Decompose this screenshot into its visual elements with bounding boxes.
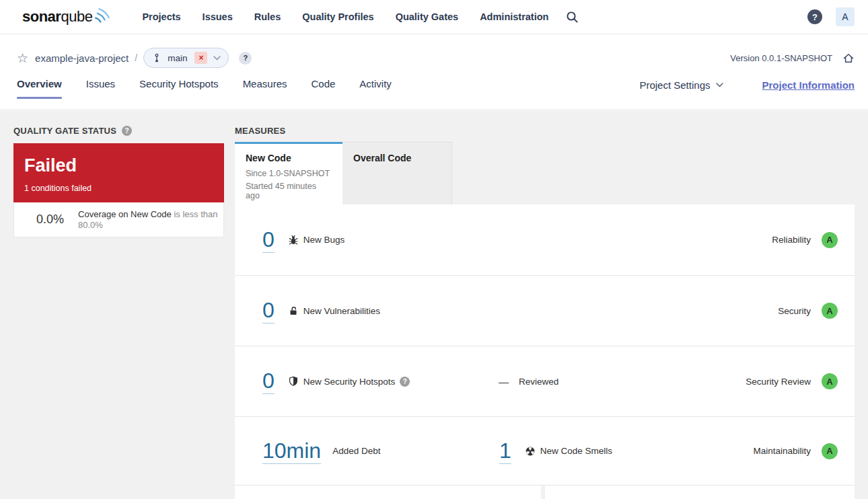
avatar[interactable]: A <box>836 7 855 26</box>
main-nav: Projects Issues Rules Quality Profiles Q… <box>142 11 548 22</box>
logo-swoosh-icon <box>93 6 111 24</box>
breadcrumb-right: Version 0.0.1-SNAPSHOT <box>730 52 855 64</box>
new-code-since: Since 1.0-SNAPSHOT <box>246 169 332 178</box>
new-code-smells-label: New Code Smells <box>540 446 612 456</box>
breadcrumb-separator: / <box>135 52 137 63</box>
added-debt-label: Added Debt <box>332 446 380 456</box>
branch-help-icon[interactable]: ? <box>239 52 252 65</box>
project-settings-label: Project Settings <box>639 79 710 91</box>
nav-item-administration[interactable]: Administration <box>480 11 548 22</box>
project-header-actions: Project Settings Project Information <box>639 79 855 98</box>
new-code-smells-group: 1 <box>499 438 612 464</box>
new-code-started: Started 45 minutes ago <box>246 182 332 200</box>
navbar-right: ? A <box>807 7 855 26</box>
breadcrumb: ☆ example-java-project / main × <box>17 47 855 69</box>
nav-item-projects[interactable]: Projects <box>142 11 180 22</box>
tab-new-code[interactable]: New Code Since 1.0-SNAPSHOT Started 45 m… <box>235 142 342 204</box>
help-icon[interactable]: ? <box>807 9 822 24</box>
new-security-hotspots-count-link[interactable]: 0 <box>262 369 275 394</box>
project-version: Version 0.0.1-SNAPSHOT <box>730 53 832 63</box>
lock-icon <box>288 305 299 316</box>
reviewed-dash: — <box>499 376 508 387</box>
new-code-smells-label-group: New Code Smells <box>525 446 612 457</box>
tab-overall-code[interactable]: Overall Code <box>342 142 452 204</box>
sonarqube-logo[interactable]: sonarqube <box>22 8 111 26</box>
project-name-link[interactable]: example-java-project <box>35 52 129 64</box>
measures-title-row: MEASURES <box>235 125 855 136</box>
maintainability-label: Maintainability <box>753 446 811 456</box>
reviewed-group: — Reviewed <box>499 376 558 387</box>
new-vulnerabilities-count-link[interactable]: 0 <box>262 298 275 323</box>
new-code-smells-count-link[interactable]: 1 <box>499 438 511 464</box>
tab-measures[interactable]: Measures <box>243 78 287 99</box>
reliability-label: Reliability <box>772 235 811 245</box>
bottom-panel-left <box>235 486 541 499</box>
nav-item-rules[interactable]: Rules <box>254 11 281 22</box>
measures-title: MEASURES <box>235 126 285 136</box>
quality-gate-conditions-failed: 1 conditions failed <box>24 184 213 193</box>
overview-content: QUALITY GATE STATUS ? Failed 1 condition… <box>0 111 868 499</box>
bottom-panel-right <box>545 486 855 499</box>
security-review-label: Security Review <box>746 377 811 387</box>
close-icon[interactable]: × <box>194 52 207 64</box>
measures-tabs: New Code Since 1.0-SNAPSHOT Started 45 m… <box>235 142 855 204</box>
added-debt-link[interactable]: 10min <box>262 438 321 464</box>
project-information-link[interactable]: Project Information <box>762 79 855 91</box>
overall-code-tab-label: Overall Code <box>353 153 441 163</box>
reviewed-label: Reviewed <box>519 377 558 387</box>
measure-row-vulnerabilities: 0 New Vulnerabilities Security A <box>235 276 855 346</box>
project-tabs-row: Overview Issues Security Hotspots Measur… <box>17 78 855 99</box>
tab-code[interactable]: Code <box>311 78 335 99</box>
measure-row-security-hotspots: 0 New Security Hotspots ? — R <box>235 346 855 417</box>
measures-panel: MEASURES New Code Since 1.0-SNAPSHOT Sta… <box>235 125 855 499</box>
shield-icon <box>288 376 299 387</box>
reliability-rating-group: Reliability A <box>772 232 838 248</box>
maintainability-rating-badge: A <box>822 443 838 459</box>
global-navbar: sonarqube Projects Issues Rules Quality … <box>0 0 868 34</box>
maintainability-rating-group: Maintainability A <box>753 443 838 459</box>
tab-issues[interactable]: Issues <box>86 78 115 99</box>
security-hotspots-help-icon[interactable]: ? <box>400 377 410 387</box>
new-bugs-count-link[interactable]: 0 <box>262 227 275 253</box>
quality-gate-panel: QUALITY GATE STATUS ? Failed 1 condition… <box>13 125 224 237</box>
quality-gate-status-card: Failed 1 conditions failed <box>13 143 224 202</box>
bottom-partial-row <box>235 486 855 499</box>
security-rating-group: Security A <box>778 303 838 319</box>
quality-gate-title-row: QUALITY GATE STATUS ? <box>13 125 224 136</box>
security-review-rating-badge: A <box>822 373 838 389</box>
security-review-rating-group: Security Review A <box>746 373 838 389</box>
project-tabs: Overview Issues Security Hotspots Measur… <box>17 78 392 99</box>
search-icon[interactable] <box>566 11 579 24</box>
logo-sonar: sonar <box>22 8 61 25</box>
new-bugs-label: New Bugs <box>303 235 345 245</box>
quality-gate-help-icon[interactable]: ? <box>122 126 132 136</box>
condition-value: 0.0% <box>36 213 64 227</box>
nav-item-issues[interactable]: Issues <box>203 11 233 22</box>
tab-overview[interactable]: Overview <box>17 78 62 99</box>
tab-security-hotspots[interactable]: Security Hotspots <box>139 78 219 99</box>
security-label: Security <box>778 306 811 316</box>
project-settings-dropdown[interactable]: Project Settings <box>639 79 723 91</box>
measure-row-maintainability: 10min Added Debt 1 <box>235 417 855 486</box>
favorite-star-icon[interactable]: ☆ <box>17 52 28 65</box>
measures-rows: 0 <box>235 204 855 499</box>
new-security-hotspots-label: New Security Hotspots <box>303 377 396 387</box>
sonarqube-app: sonarqube Projects Issues Rules Quality … <box>0 0 868 499</box>
project-header: ☆ example-java-project / main × <box>0 34 868 110</box>
new-code-tab-label: New Code <box>246 153 332 163</box>
quality-gate-condition: 0.0% Coverage on New Code is less than 8… <box>13 202 224 237</box>
nav-item-quality-profiles[interactable]: Quality Profiles <box>302 11 373 22</box>
chevron-down-icon[interactable] <box>213 56 221 61</box>
home-icon[interactable] <box>842 52 855 64</box>
nav-item-quality-gates[interactable]: Quality Gates <box>396 11 458 22</box>
branch-selector[interactable]: main × <box>143 48 229 68</box>
new-vulnerabilities-label: New Vulnerabilities <box>303 306 380 316</box>
measure-row-bugs: 0 <box>235 204 855 276</box>
tab-activity[interactable]: Activity <box>359 78 392 99</box>
new-vulnerabilities-label-group: New Vulnerabilities <box>288 305 380 316</box>
branch-name: main <box>168 53 187 63</box>
branch-icon <box>152 53 161 63</box>
condition-text: Coverage on New Code is less than 80.0% <box>78 209 221 231</box>
quality-gate-status: Failed <box>24 155 213 176</box>
bug-icon <box>288 235 299 245</box>
